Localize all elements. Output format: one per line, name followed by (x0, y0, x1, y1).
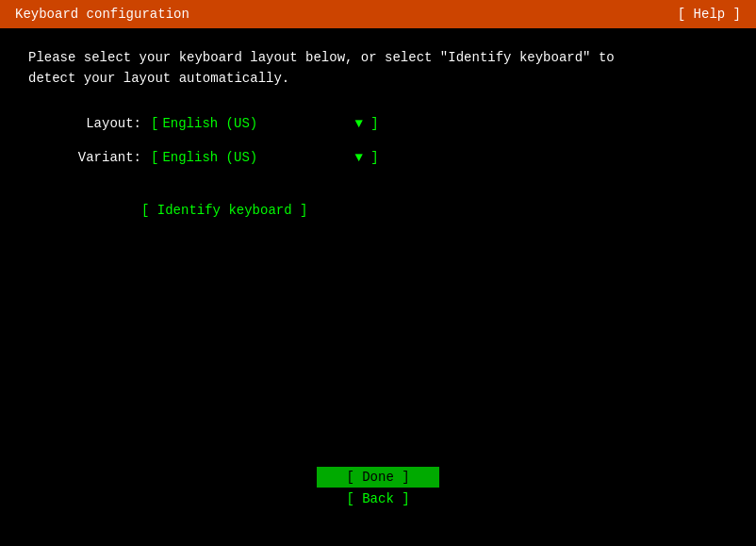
variant-value: English (US) (162, 150, 351, 165)
layout-open-bracket: [ (151, 116, 158, 131)
variant-open-bracket: [ (151, 150, 158, 165)
description-line1: Please select your keyboard layout below… (28, 47, 728, 68)
form-section: Layout: [ English (US) ▼ ] Variant: [ En… (66, 116, 728, 218)
title-bar: Keyboard configuration [ Help ] (0, 0, 756, 28)
variant-label: Variant: (66, 150, 141, 165)
back-button[interactable]: [ Back ] (317, 489, 439, 508)
layout-row: Layout: [ English (US) ▼ ] (66, 116, 728, 131)
keyboard-config-screen: Keyboard configuration [ Help ] Please s… (0, 0, 756, 546)
window-title: Keyboard configuration (15, 7, 189, 22)
main-content: Please select your keyboard layout below… (0, 28, 756, 546)
variant-arrow: ▼ ] (354, 150, 378, 165)
variant-row: Variant: [ English (US) ▼ ] (66, 150, 728, 165)
layout-value: English (US) (162, 116, 351, 131)
layout-label: Layout: (66, 116, 141, 131)
description-text: Please select your keyboard layout below… (28, 47, 728, 90)
variant-dropdown[interactable]: [ English (US) ▼ ] (151, 150, 379, 165)
bottom-buttons: [ Done ] [ Back ] (28, 467, 728, 527)
layout-arrow: ▼ ] (354, 116, 378, 131)
layout-dropdown[interactable]: [ English (US) ▼ ] (151, 116, 379, 131)
help-button[interactable]: [ Help ] (678, 7, 741, 22)
identify-keyboard-button[interactable]: [ Identify keyboard ] (141, 203, 728, 218)
done-button[interactable]: [ Done ] (317, 467, 439, 488)
description-line2: detect your layout automatically. (28, 68, 728, 89)
